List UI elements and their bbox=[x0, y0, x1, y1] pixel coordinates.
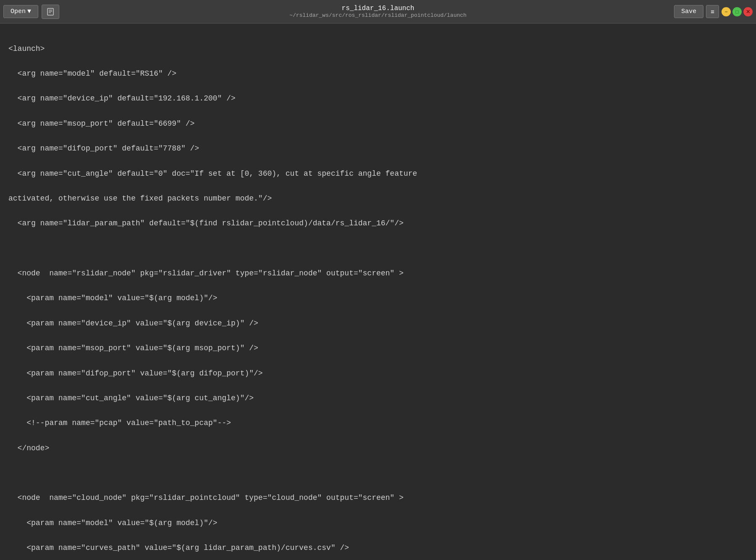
code-line-18 bbox=[8, 467, 748, 480]
code-editor[interactable]: <launch> <arg name="model" default="RS16… bbox=[0, 24, 756, 560]
maximize-button[interactable]: □ bbox=[732, 7, 742, 16]
code-line-19: <node name="cloud_node" pkg="rslidar_poi… bbox=[8, 492, 748, 505]
window-subtitle: ~/rslidar_ws/src/ros_rslidar/rslidar_poi… bbox=[289, 12, 466, 18]
file-icon-button[interactable] bbox=[42, 5, 59, 19]
code-line-2: <arg name="model" default="RS16" /> bbox=[8, 68, 748, 80]
close-button[interactable]: ✕ bbox=[743, 7, 753, 16]
code-line-14: <param name="difop_port" value="$(arg di… bbox=[8, 367, 748, 380]
title-bar: Open ▼ rs_lidar_16.launch ~/rslidar_ws/s… bbox=[0, 0, 756, 24]
file-icon bbox=[46, 8, 55, 16]
code-line-1: <launch> bbox=[8, 43, 748, 55]
code-line-21: <param name="curves_path" value="$(arg l… bbox=[8, 542, 748, 555]
open-label: Open bbox=[11, 8, 26, 15]
code-line-7: activated, otherwise use the fixed packe… bbox=[8, 193, 748, 205]
minimize-button[interactable]: − bbox=[722, 7, 731, 16]
code-line-9 bbox=[8, 243, 748, 255]
code-line-20: <param name="model" value="$(arg model)"… bbox=[8, 517, 748, 530]
code-line-6: <arg name="cut_angle" default="0" doc="I… bbox=[8, 168, 748, 180]
svg-rect-0 bbox=[48, 8, 53, 15]
window-controls: − □ ✕ bbox=[722, 7, 753, 16]
code-line-4: <arg name="msop_port" default="6699" /> bbox=[8, 118, 748, 130]
save-button[interactable]: Save bbox=[674, 5, 703, 18]
open-arrow: ▼ bbox=[27, 8, 31, 15]
code-line-17: </node> bbox=[8, 442, 748, 455]
code-line-12: <param name="device_ip" value="$(arg dev… bbox=[8, 317, 748, 330]
menu-button[interactable]: ≡ bbox=[706, 5, 719, 18]
code-line-3: <arg name="device_ip" default="192.168.1… bbox=[8, 92, 748, 105]
code-line-16: <!--param name="pcap" value="path_to_pca… bbox=[8, 417, 748, 430]
code-line-5: <arg name="difop_port" default="7788" /> bbox=[8, 143, 748, 155]
window-title: rs_lidar_16.launch bbox=[289, 5, 466, 12]
code-line-8: <arg name="lidar_param_path" default="$(… bbox=[8, 217, 748, 230]
code-line-13: <param name="msop_port" value="$(arg mso… bbox=[8, 342, 748, 355]
title-center: rs_lidar_16.launch ~/rslidar_ws/src/ros_… bbox=[289, 5, 466, 18]
code-line-10: <node name="rslidar_node" pkg="rslidar_d… bbox=[8, 267, 748, 280]
menu-icon: ≡ bbox=[711, 8, 714, 15]
save-label: Save bbox=[681, 8, 696, 15]
code-line-11: <param name="model" value="$(arg model)"… bbox=[8, 292, 748, 305]
code-line-15: <param name="cut_angle" value="$(arg cut… bbox=[8, 392, 748, 405]
open-button[interactable]: Open ▼ bbox=[3, 5, 38, 18]
